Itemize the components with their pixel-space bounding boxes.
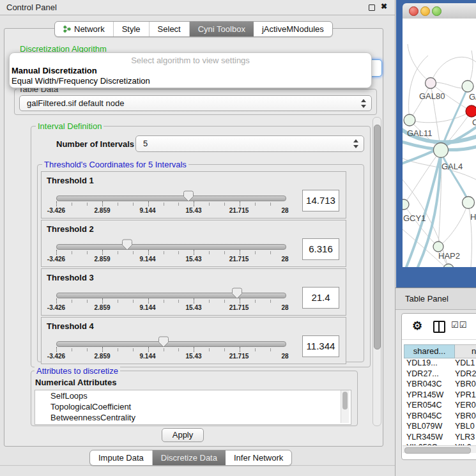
tick-label: 2.859 (94, 256, 110, 263)
node-label-hap2: HAP2 (438, 251, 460, 261)
table-row[interactable]: YBR043CYBR0 (404, 380, 476, 390)
cell: YBR0 (455, 411, 476, 420)
list-scrollbar-thumb[interactable] (342, 392, 348, 410)
node-gal4[interactable] (434, 143, 449, 158)
list-item[interactable]: TopologicalCoefficient (35, 401, 351, 412)
tab-cyni-toolbox[interactable]: Cyni Toolbox (190, 22, 254, 36)
tab-style[interactable]: Style (114, 22, 150, 36)
table-row[interactable]: YDL19...YDL1 (404, 358, 476, 369)
tab-select[interactable]: Select (150, 22, 190, 36)
slider-thumb[interactable] (158, 336, 169, 348)
tick-label: 21.715 (229, 353, 249, 360)
column-header-shared-name[interactable]: shared... (404, 344, 455, 358)
slider-thumb[interactable] (183, 190, 194, 202)
table-hscrollbar-thumb[interactable] (404, 447, 471, 454)
list-scrollbar[interactable] (341, 390, 349, 423)
network-graph: GAL80 GA C GAL11 GAL4 GCY1 H HAP2 (403, 19, 476, 267)
algorithm-option-equal-width[interactable]: Equal Width/Frequency Discretization (12, 76, 150, 86)
select-columns-icons[interactable]: ☑☑ (451, 320, 467, 330)
tick-marks-minor (56, 251, 286, 254)
table-row[interactable]: YBR045CYBR0 (404, 411, 476, 422)
algorithm-prompt-item[interactable]: Select algorithm to view settings (10, 56, 371, 65)
tick-label: 2.859 (94, 353, 110, 360)
control-panel-titlebar: Control Panel ✖ (0, 0, 395, 15)
table-row[interactable]: YLR345WYLR3 (404, 433, 476, 443)
network-canvas[interactable]: GAL80 GA C GAL11 GAL4 GCY1 H HAP2 (403, 19, 476, 267)
threshold-label: Threshold 2 (47, 224, 94, 234)
cell: YBL079W (404, 422, 455, 431)
node-ga[interactable] (462, 81, 473, 92)
threshold-value-field[interactable]: 11.344 (302, 335, 339, 357)
cell: YDR2 (455, 369, 476, 378)
node-label-ga: GA (469, 92, 476, 102)
slider-thumb[interactable] (122, 239, 132, 250)
gear-icon[interactable]: ⚙ (412, 319, 422, 333)
tick-label: 28 (281, 304, 288, 311)
close-traffic-icon[interactable] (409, 6, 418, 16)
threshold-value-field[interactable]: 14.713 (302, 190, 339, 211)
threshold-panel-3: Threshold 3 -3.426 2.859 9.144 15.43 21.… (41, 268, 346, 316)
table-row[interactable]: YBL079WYBL0 (404, 422, 476, 433)
node-hap2[interactable] (433, 242, 443, 252)
node-h[interactable] (463, 197, 475, 209)
tab-select-label: Select (158, 22, 181, 36)
network-window-frame: GAL80 GA C GAL11 GAL4 GCY1 H HAP2 (396, 0, 476, 288)
tick-label: 21.715 (229, 256, 249, 263)
tab-impute-data[interactable]: Impute Data (90, 450, 153, 465)
close-icon[interactable]: ✖ (381, 2, 387, 11)
tab-infer-network[interactable]: Infer Network (226, 450, 291, 465)
node-gcy1[interactable] (403, 199, 409, 210)
combo-arrows-icon (353, 139, 359, 148)
slider-track[interactable] (56, 293, 286, 298)
slider-track[interactable] (56, 244, 286, 250)
threshold-value-field[interactable]: 6.316 (302, 238, 339, 260)
table-rows: YDL19...YDL1 YDR27...YDR2 YBR043CYBR0 YP… (404, 358, 476, 454)
tab-discretize-data[interactable]: Discretize Data (153, 450, 226, 465)
tick-label: 21.715 (229, 207, 249, 214)
node-gal80[interactable] (426, 78, 436, 89)
threshold-label: Threshold 4 (47, 321, 94, 331)
apply-button[interactable]: Apply (162, 428, 204, 442)
float-window-icon[interactable] (369, 4, 375, 11)
dock-divider[interactable] (395, 0, 395, 476)
bottom-tabbar: Impute Data Discretize Data Infer Networ… (89, 450, 292, 466)
tab-network[interactable]: Network (55, 22, 114, 36)
list-item[interactable]: SelfLoops (35, 390, 351, 401)
slider-track[interactable] (56, 196, 286, 201)
list-item[interactable]: BetweennessCentrality (35, 412, 351, 423)
num-intervals-combobox[interactable]: 5 (135, 135, 364, 152)
node-gal11[interactable] (404, 114, 415, 126)
tick-label: 15.43 (185, 304, 201, 311)
network-window-titlebar[interactable] (403, 3, 476, 19)
table-row[interactable]: YPR145WYPR1 (404, 390, 476, 401)
zoom-traffic-icon[interactable] (432, 6, 441, 16)
slider-track[interactable] (56, 341, 286, 347)
table-row[interactable]: YER054CYER0 (404, 401, 476, 411)
tab-network-label: Network (74, 22, 105, 36)
thresholds-group-label: Threshold's Coordinates for 5 Intervals (42, 160, 188, 169)
tab-style-label: Style (122, 22, 141, 36)
minimize-traffic-icon[interactable] (420, 6, 430, 16)
node-bottom[interactable] (443, 264, 454, 267)
panel-scrollbar-thumb[interactable] (374, 125, 381, 349)
columns-icon[interactable] (433, 321, 445, 333)
threshold-value-field[interactable]: 21.4 (302, 287, 339, 309)
tick-label: 9.144 (139, 304, 155, 311)
column-header-name[interactable]: na (455, 344, 476, 358)
table-hscrollbar[interactable] (403, 445, 476, 453)
tab-jactivemnodules[interactable]: jActiveMNodules (254, 22, 332, 36)
cell: YER0 (455, 401, 476, 410)
tick-label: -3.426 (47, 353, 65, 360)
num-intervals-label: Number of Intervals (56, 139, 134, 149)
table-data-combobox[interactable]: galFiltered.sif default node (19, 95, 372, 111)
table-data-combobox-value: galFiltered.sif default node (27, 96, 124, 111)
cell: YBL0 (455, 422, 475, 431)
cell: YLR3 (455, 433, 475, 441)
panel-title: Control Panel (6, 3, 57, 12)
table-row[interactable]: YDR27...YDR2 (404, 369, 476, 380)
algorithm-option-manual[interactable]: Manual Discretization (12, 66, 97, 75)
slider-thumb[interactable] (232, 288, 242, 299)
node-red-selected[interactable] (466, 105, 476, 117)
tick-label: 15.43 (185, 207, 201, 214)
tab-cyni-toolbox-label: Cyni Toolbox (198, 22, 245, 36)
